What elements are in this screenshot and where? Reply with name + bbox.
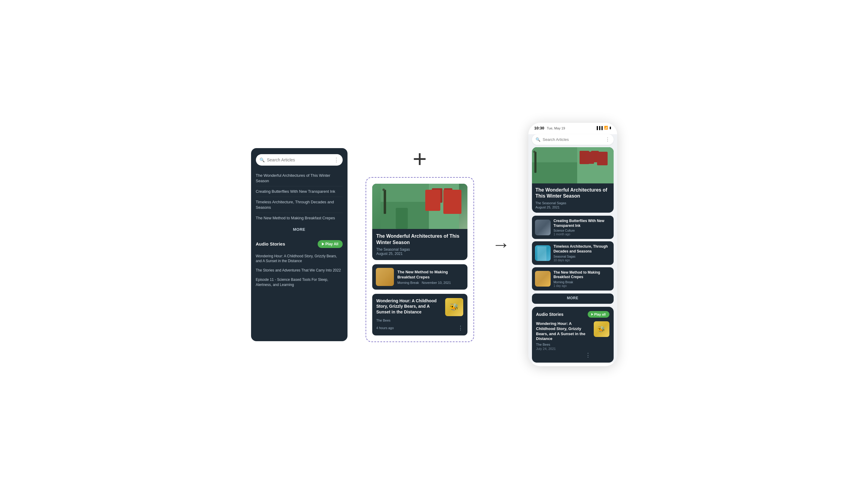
- status-time: 10:30: [534, 126, 544, 130]
- audio-card-title: Wondering Hour: A Childhood Story, Grizz…: [376, 298, 442, 315]
- architecture-image: [535, 245, 551, 261]
- featured-card-body: The Wonderful Architectures of This Wint…: [372, 229, 467, 260]
- right-bees-image: 🐝: [594, 321, 610, 337]
- crepes-thumbnail-image: [376, 268, 394, 286]
- svg-rect-13: [591, 151, 599, 162]
- small-article-card[interactable]: The New Method to Making Breakfast Crepe…: [372, 264, 467, 290]
- left-article-list: The Wonderful Architectures of This Wint…: [251, 170, 347, 224]
- audio-card-time: 4 hours ago: [376, 326, 394, 330]
- right-play-icon: [591, 313, 593, 316]
- breakfast-thumbnail: [535, 271, 551, 287]
- left-play-all-button[interactable]: Play All: [318, 240, 343, 248]
- audio-card-menu-icon[interactable]: ⋮: [458, 324, 463, 331]
- search-icon: 🔍: [259, 157, 265, 162]
- right-building-svg: [532, 147, 614, 183]
- right-article-source: Seasonal Sagas: [554, 255, 611, 258]
- right-featured-source: The Seasonal Sagas: [535, 201, 610, 205]
- right-audio-card-date: July 24, 2021: [536, 347, 591, 350]
- right-more-button[interactable]: MORE: [532, 293, 614, 304]
- left-audio-section: Audio Stories Play All Wondering Hour: A…: [251, 235, 347, 294]
- svg-rect-3: [432, 188, 442, 203]
- status-date: Tue, May 19: [547, 126, 565, 130]
- right-audio-menu-icon[interactable]: ⋮: [585, 352, 591, 358]
- featured-article-card[interactable]: The Wonderful Architectures of This Wint…: [372, 184, 467, 260]
- left-phone: 🔍 ⋮ The Wonderful Architectures of This …: [251, 148, 347, 341]
- card-container: The Wonderful Architectures of This Wint…: [366, 177, 474, 342]
- right-audio-title: Audio Stories: [536, 312, 564, 317]
- left-audio-title: Audio Stories: [256, 241, 285, 247]
- right-article-source: Morning Break: [554, 281, 611, 284]
- list-item[interactable]: Creating Butterflies With New Transparen…: [256, 186, 343, 197]
- left-search-bar[interactable]: 🔍 ⋮: [256, 154, 343, 166]
- right-article-info: The New Method to Making Breakfast Crepe…: [554, 270, 611, 287]
- list-item[interactable]: Episode 11 - Science Based Tools For Sle…: [256, 275, 343, 290]
- svg-point-6: [382, 189, 385, 191]
- svg-rect-12: [580, 151, 589, 164]
- wifi-icon: 📶: [604, 126, 608, 130]
- right-audio-section: Audio Stories Play all Wondering Hour: A…: [532, 307, 614, 363]
- right-article-title: Timeless Architecture, Through Decades a…: [554, 244, 611, 254]
- featured-card-title: The Wonderful Architectures of This Wint…: [376, 233, 463, 246]
- right-search-icon: 🔍: [535, 137, 540, 142]
- right-audio-card-footer: ⋮: [536, 352, 591, 358]
- arrow-icon: →: [492, 234, 510, 255]
- right-article-info: Creating Butterflies With New Transparen…: [554, 219, 611, 236]
- right-audio-card-source: The Bees: [536, 343, 591, 346]
- right-featured-card[interactable]: The Wonderful Architectures of This Wint…: [532, 147, 614, 213]
- right-article-info: Timeless Architecture, Through Decades a…: [554, 244, 611, 262]
- list-item[interactable]: The Stories and Adventures That We Carry…: [256, 266, 343, 275]
- middle-section: + The Wonderful Architectures of This Wi: [366, 147, 474, 342]
- right-search-menu-icon[interactable]: ⋮: [605, 137, 610, 142]
- svg-rect-8: [409, 212, 417, 229]
- source-text: Morning Break: [398, 281, 419, 285]
- play-all-label: Play All: [326, 242, 338, 246]
- plus-sign: +: [412, 147, 427, 171]
- right-audio-header: Audio Stories Play all: [536, 311, 610, 318]
- left-more-button[interactable]: MORE: [251, 227, 347, 232]
- signal-icon: ▐▐▐: [595, 126, 602, 130]
- right-article-meta: 1 day ago: [554, 284, 611, 287]
- svg-rect-4: [444, 188, 453, 201]
- left-search-input[interactable]: [267, 157, 331, 162]
- right-article-card[interactable]: Creating Butterflies With New Transparen…: [532, 216, 614, 239]
- status-bar-left: 10:30 Tue, May 19: [534, 125, 565, 131]
- svg-rect-14: [534, 152, 536, 173]
- right-search-bar[interactable]: 🔍 ⋮: [532, 134, 614, 145]
- right-article-card[interactable]: Timeless Architecture, Through Decades a…: [532, 241, 614, 264]
- audio-story-card[interactable]: Wondering Hour: A Childhood Story, Grizz…: [372, 294, 467, 336]
- right-featured-body: The Wonderful Architectures of This Wint…: [532, 183, 614, 213]
- audio-card-top: Wondering Hour: A Childhood Story, Grizz…: [376, 298, 463, 316]
- dots-icon[interactable]: ⋮: [334, 156, 339, 163]
- right-articles-list: Creating Butterflies With New Transparen…: [532, 216, 614, 290]
- phone-content: 🔍 ⋮ The Wonderful Architectures of This …: [528, 134, 617, 363]
- butterfly-thumbnail: [535, 220, 551, 235]
- list-item[interactable]: The New Method to Making Breakfast Crepe…: [256, 213, 343, 223]
- right-featured-image: [532, 147, 614, 183]
- right-audio-card-title: Wondering Hour: A Childhood Story, Grizz…: [536, 321, 591, 342]
- left-audio-header: Audio Stories Play All: [256, 240, 343, 248]
- list-item[interactable]: The Wonderful Architectures of This Wint…: [256, 170, 343, 186]
- audio-card-source: The Bees: [376, 319, 463, 322]
- status-icons: ▐▐▐ 📶 ▮: [595, 126, 611, 130]
- list-item[interactable]: Timeless Architecture, Through Decades a…: [256, 197, 343, 213]
- right-phone: 10:30 Tue, May 19 ▐▐▐ 📶 ▮ 🔍 ⋮: [528, 123, 617, 367]
- small-card-source: Morning Break November 10, 2021: [398, 281, 464, 285]
- svg-rect-2: [429, 184, 459, 229]
- right-audio-card[interactable]: Wondering Hour: A Childhood Story, Grizz…: [536, 321, 610, 359]
- right-audio-card-info: Wondering Hour: A Childhood Story, Grizz…: [536, 321, 591, 359]
- right-play-all-button[interactable]: Play all: [588, 311, 610, 318]
- small-card-info: The New Method to Making Breakfast Crepe…: [398, 270, 464, 285]
- audio-card-footer: 4 hours ago ⋮: [376, 324, 463, 331]
- right-play-all-label: Play all: [594, 313, 606, 316]
- right-article-title: Creating Butterflies With New Transparen…: [554, 219, 611, 228]
- right-featured-date: August 25, 2021: [535, 205, 610, 209]
- svg-rect-7: [396, 208, 408, 229]
- right-article-meta: 1 month ago: [554, 233, 611, 236]
- list-item[interactable]: Wondering Hour: A Childhood Story, Grizz…: [256, 252, 343, 266]
- audio-card-thumbnail: 🐝: [445, 298, 463, 316]
- play-icon: [322, 242, 324, 246]
- right-article-title: The New Method to Making Breakfast Crepe…: [554, 270, 611, 280]
- right-article-card[interactable]: The New Method to Making Breakfast Crepe…: [532, 267, 614, 290]
- right-search-input[interactable]: [543, 137, 603, 142]
- date-text: November 10, 2021: [422, 281, 451, 285]
